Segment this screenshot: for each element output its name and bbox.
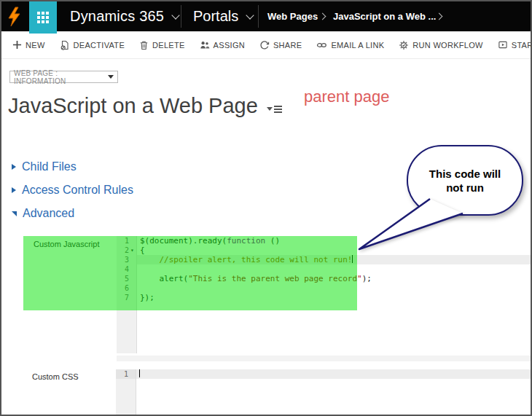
assign-button[interactable]: ASSIGN xyxy=(200,40,245,50)
share-icon xyxy=(259,40,270,50)
product-switcher[interactable]: Dynamics 365 xyxy=(70,1,179,31)
collapsed-triangle-icon xyxy=(12,187,16,193)
form-sections: Child Files Access Control Rules Advance… xyxy=(12,155,133,225)
top-navigation-bar: Dynamics 365 Portals Web Pages JavaScrip… xyxy=(1,1,531,31)
divider xyxy=(181,5,181,28)
form-selector[interactable]: WEB PAGE : INFORMATION xyxy=(9,71,118,83)
breadcrumb-web-pages[interactable]: Web Pages xyxy=(267,1,318,31)
assign-icon xyxy=(200,40,210,50)
new-button[interactable]: NEW xyxy=(12,40,45,50)
expanded-triangle-icon xyxy=(12,211,17,216)
deactivate-button[interactable]: DEACTIVATE xyxy=(60,40,125,50)
lightning-bolt-icon[interactable] xyxy=(6,1,22,31)
dynamics-365-window: Dynamics 365 Portals Web Pages JavaScrip… xyxy=(0,0,532,416)
start-dialog-button[interactable]: START DIALOG xyxy=(498,40,531,50)
app-switcher[interactable]: Portals xyxy=(193,1,253,31)
custom-javascript-editor[interactable]: 12▾34567 $(document).ready(function (){ … xyxy=(117,236,532,353)
section-advanced[interactable]: Advanced xyxy=(12,202,133,225)
email-a-link-button[interactable]: EMAIL A LINK xyxy=(316,40,384,50)
custom-javascript-label: Custom Javascript xyxy=(34,240,99,248)
deactivate-icon xyxy=(60,40,70,50)
delete-icon xyxy=(139,40,149,50)
start-dialog-icon xyxy=(498,40,508,50)
divider xyxy=(258,5,259,28)
custom-css-editor[interactable]: 1 xyxy=(116,369,532,416)
run-workflow-button[interactable]: RUN WORKFLOW xyxy=(399,40,482,50)
product-name: Dynamics 365 xyxy=(70,8,164,25)
page-title: JavaScript on a Web Page xyxy=(8,94,282,118)
parent-page-annotation: parent page xyxy=(304,87,389,106)
chevron-down-icon xyxy=(246,11,254,19)
record-set-navigator-icon[interactable] xyxy=(267,106,282,113)
collapsed-triangle-icon xyxy=(12,164,16,170)
horizontal-scrollbar[interactable] xyxy=(117,356,532,361)
custom-css-label: Custom CSS xyxy=(32,372,79,381)
chevron-down-icon xyxy=(171,11,179,19)
email-link-icon xyxy=(316,40,327,50)
caret-down-icon xyxy=(108,75,114,79)
chevron-right-icon[interactable] xyxy=(436,13,443,20)
line-number-gutter: 12▾34567 xyxy=(117,236,137,353)
command-bar: NEW DEACTIVATE DELETE ASSIGN SHARE xyxy=(1,31,531,59)
share-button[interactable]: SHARE xyxy=(259,40,302,50)
run-workflow-icon xyxy=(399,40,409,50)
app-launcher-button[interactable] xyxy=(29,1,57,34)
app-name: Portals xyxy=(193,8,238,25)
delete-button[interactable]: DELETE xyxy=(139,40,185,50)
line-number-gutter: 1 xyxy=(116,369,136,416)
breadcrumb-current-record[interactable]: JavaScript on a Web ... xyxy=(333,1,436,31)
plus-icon xyxy=(12,40,22,50)
waffle-grid-icon xyxy=(37,12,49,23)
chevron-right-icon xyxy=(319,13,326,20)
form-selector-label: WEB PAGE : INFORMATION xyxy=(14,69,108,85)
section-access-control-rules[interactable]: Access Control Rules xyxy=(12,178,133,202)
section-child-files[interactable]: Child Files xyxy=(12,155,133,178)
callout-bubble: This code will not run xyxy=(407,145,523,216)
